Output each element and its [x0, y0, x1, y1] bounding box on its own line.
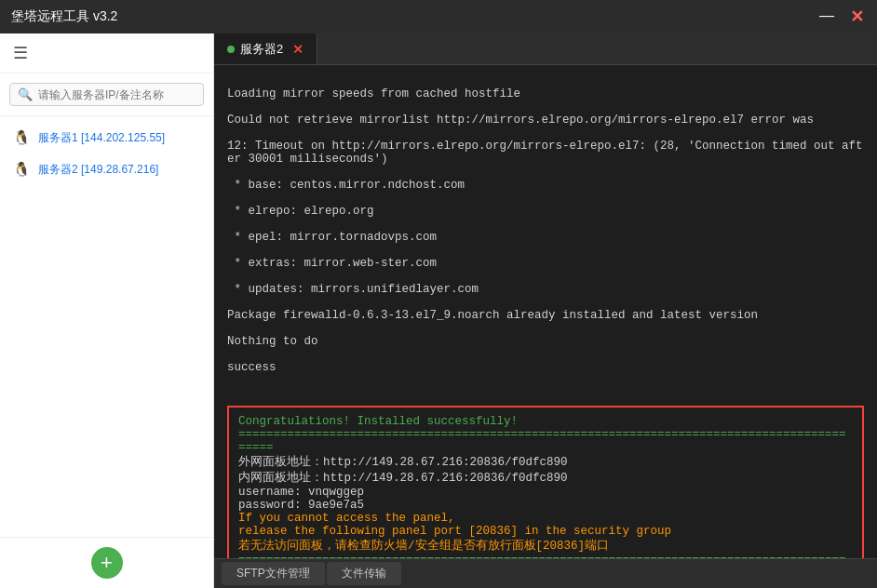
success-box: Congratulations! Installed successfully!… [227, 406, 864, 558]
search-icon: 🔍 [18, 87, 33, 101]
warning-line-3: 若无法访问面板，请检查防火墙/安全组是否有放行面板[20836]端口 [238, 540, 609, 553]
panel-url-external: 外网面板地址：http://149.28.67.216:20836/f0dfc8… [238, 456, 568, 469]
output-line-9: Package firewalld-0.6.3-13.el7_9.noarch … [227, 309, 864, 322]
linux-icon-1: 🐧 [13, 129, 31, 146]
output-line-8: * updates: mirrors.unifiedlayer.com [227, 283, 864, 296]
server-item-2[interactable]: 🐧 服务器2 [149.28.67.216] [0, 154, 213, 185]
title-bar-left: 堡塔远程工具 v3.2 [11, 8, 117, 25]
terminal-output[interactable]: Loading mirror speeds from cached hostfi… [214, 65, 877, 558]
bottom-bar: SFTP文件管理 文件传输 [214, 558, 877, 588]
sidebar-menu-icon[interactable]: ☰ [0, 33, 213, 74]
output-line-6: * epel: mirror.tornadovps.com [227, 231, 864, 244]
password-line: password: 9ae9e7a5 [238, 499, 364, 512]
output-line-11: success [227, 361, 864, 374]
sidebar-add: + [0, 537, 213, 588]
terminal-area: 服务器2 ✕ Loading mirror speeds from cached… [214, 33, 877, 588]
server-item-1[interactable]: 🐧 服务器1 [144.202.125.55] [0, 122, 213, 154]
close-button[interactable]: ✕ [847, 8, 866, 25]
output-line-4: * base: centos.mirror.ndchost.com [227, 179, 864, 192]
minimize-button[interactable]: — [817, 8, 836, 25]
hamburger-icon: ☰ [13, 44, 28, 62]
tab-status-dot [227, 46, 235, 53]
title-bar: 堡塔远程工具 v3.2 — ✕ [0, 0, 877, 33]
warning-line-1: If you cannot access the panel, [238, 512, 455, 525]
server-2-name: 服务器2 [149.28.67.216] [38, 162, 158, 178]
sidebar-search: 🔍 [0, 74, 213, 116]
search-input[interactable] [38, 88, 196, 101]
tab-bar: 服务器2 ✕ [214, 33, 877, 65]
title-bar-controls: — ✕ [817, 8, 866, 25]
output-line-3: 12: Timeout on http://mirrors.elrepo.org… [227, 140, 864, 166]
output-line-2: Could not retrieve mirrorlist http://mir… [227, 114, 864, 127]
congrats-line: Congratulations! Installed successfully! [238, 415, 518, 428]
separator-1: ========================================… [238, 428, 846, 454]
output-line-10: Nothing to do [227, 335, 864, 348]
search-box: 🔍 [9, 83, 204, 106]
username-line: username: vnqwggep [238, 486, 364, 499]
app-title: 堡塔远程工具 v3.2 [11, 8, 117, 25]
panel-url-internal: 内网面板地址：http://149.28.67.216:20836/f0dfc8… [238, 472, 568, 485]
file-transfer-button[interactable]: 文件传输 [327, 562, 401, 585]
output-line-1: Loading mirror speeds from cached hostfi… [227, 87, 864, 100]
output-line-5: * elrepo: elrepo.org [227, 205, 864, 218]
server-list: 🐧 服务器1 [144.202.125.55] 🐧 服务器2 [149.28.6… [0, 116, 213, 537]
tab-close-button[interactable]: ✕ [292, 42, 304, 57]
sidebar: ☰ 🔍 🐧 服务器1 [144.202.125.55] 🐧 服务器2 [149. [0, 33, 214, 588]
add-server-button[interactable]: + [91, 547, 123, 579]
sftp-button[interactable]: SFTP文件管理 [222, 562, 325, 585]
linux-icon-2: 🐧 [13, 161, 31, 178]
main-container: ☰ 🔍 🐧 服务器1 [144.202.125.55] 🐧 服务器2 [149. [0, 33, 877, 588]
server-1-name: 服务器1 [144.202.125.55] [38, 130, 165, 146]
output-line-7: * extras: mirror.web-ster.com [227, 257, 864, 270]
warning-line-2: release the following panel port [20836]… [238, 525, 671, 538]
tab-label: 服务器2 [240, 41, 283, 58]
tab-server2[interactable]: 服务器2 ✕ [214, 33, 317, 64]
